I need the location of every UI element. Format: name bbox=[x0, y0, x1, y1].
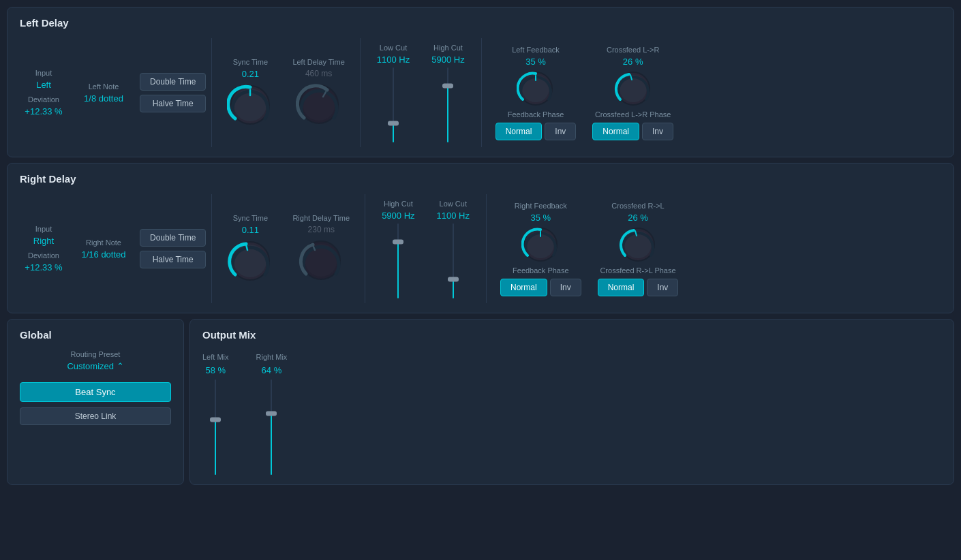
right-high-cut-label: High Cut bbox=[384, 200, 413, 208]
left-delay-meta: Input Left Deviation +12.33 % Left Note … bbox=[20, 69, 206, 116]
left-crossfeed-phase-inv-button[interactable]: Inv bbox=[642, 123, 673, 140]
right-mix-label: Right Mix bbox=[256, 353, 288, 361]
right-feedback-phase-normal-button[interactable]: Normal bbox=[500, 279, 547, 296]
right-delay-time-knob[interactable] bbox=[298, 237, 344, 283]
left-note-col: Left Note 1/8 dotted bbox=[80, 82, 127, 104]
right-delay-time-knob-group: Right Delay Time 230 ms bbox=[292, 214, 350, 283]
left-delay-row: Input Left Deviation +12.33 % Left Note … bbox=[20, 38, 941, 147]
right-delay-row: Input Right Deviation +12.33 % Right Not… bbox=[20, 194, 941, 303]
left-deviation-group: Deviation +12.33 % bbox=[20, 95, 67, 116]
left-low-cut-slider[interactable] bbox=[386, 67, 400, 142]
left-high-cut-label: High Cut bbox=[433, 44, 463, 52]
right-crossfeed-knob-group: Crossfeed R->L 26 % Crossfeed R->L Phase… bbox=[598, 202, 679, 296]
divider-2 bbox=[360, 38, 361, 147]
right-high-cut-group: High Cut 5900 Hz bbox=[382, 200, 414, 298]
right-crossfeed-knob[interactable] bbox=[619, 225, 657, 264]
right-input-col: Input Right Deviation +12.33 % bbox=[20, 225, 67, 273]
left-high-cut-value: 5900 Hz bbox=[431, 55, 464, 65]
left-mix-label: Left Mix bbox=[202, 353, 229, 361]
right-delay-meta: Input Right Deviation +12.33 % Right Not… bbox=[20, 225, 206, 273]
left-crossfeed-knob[interactable] bbox=[614, 69, 652, 108]
right-high-cut-slider[interactable] bbox=[391, 223, 405, 298]
right-delay-time-value: 230 ms bbox=[308, 225, 335, 234]
right-input-group: Input Right bbox=[20, 225, 67, 246]
left-delay-section: Left Delay Input Left Deviation +12.33 % bbox=[7, 7, 954, 157]
right-deviation-value: +12.33 % bbox=[25, 262, 62, 273]
right-crossfeed-label: Crossfeed R->L bbox=[611, 202, 664, 210]
left-deviation-value: +12.33 % bbox=[25, 106, 62, 116]
right-feedback-phase-label: Feedback Phase bbox=[513, 266, 569, 275]
left-input-label: Input bbox=[35, 69, 52, 77]
right-feedback-knob[interactable] bbox=[521, 225, 560, 264]
left-sync-time-label: Sync Time bbox=[233, 58, 268, 66]
right-input-label: Input bbox=[35, 225, 52, 233]
left-delay-time-value: 460 ms bbox=[305, 69, 332, 78]
bottom-row: Global Routing Preset Customized ⌃ Beat … bbox=[7, 319, 954, 485]
left-high-cut-slider[interactable] bbox=[441, 67, 455, 142]
stereo-link-button[interactable]: Stereo Link bbox=[20, 407, 171, 425]
left-delay-title: Left Delay bbox=[20, 17, 941, 29]
right-input-value[interactable]: Right bbox=[33, 236, 54, 246]
right-crossfeed-phase-inv-button[interactable]: Inv bbox=[647, 279, 678, 296]
left-feedback-knob[interactable] bbox=[517, 69, 555, 108]
left-crossfeed-knob-group: Crossfeed L->R 26 % Crossfeed L->R Phase… bbox=[592, 46, 673, 140]
output-mix-title: Output Mix bbox=[202, 329, 941, 341]
left-note-value[interactable]: 1/8 dotted bbox=[84, 93, 123, 104]
divider-1 bbox=[211, 38, 212, 147]
left-delay-time-knob-group: Left Delay Time 460 ms bbox=[292, 58, 344, 127]
left-note-label: Left Note bbox=[89, 82, 119, 91]
right-feedback-phase-buttons: Normal Inv bbox=[500, 279, 581, 296]
routing-preset-value[interactable]: Customized ⌃ bbox=[20, 361, 171, 371]
left-delay-time-knob[interactable] bbox=[296, 81, 342, 127]
right-note-group: Right Note 1/16 dotted bbox=[80, 238, 127, 260]
right-low-cut-value: 1100 Hz bbox=[437, 211, 470, 221]
right-mix-value: 64 % bbox=[262, 365, 282, 375]
right-mix-slider[interactable] bbox=[264, 379, 278, 475]
right-high-cut-value: 5900 Hz bbox=[382, 211, 414, 221]
left-mix-value: 58 % bbox=[205, 365, 226, 375]
left-mix-group: Left Mix 58 % bbox=[202, 353, 229, 475]
left-low-cut-value: 1100 Hz bbox=[377, 55, 410, 65]
divider-5 bbox=[365, 194, 365, 303]
left-crossfeed-phase-normal-button[interactable]: Normal bbox=[592, 123, 639, 140]
right-delay-title: Right Delay bbox=[20, 173, 941, 185]
left-high-cut-group: High Cut 5900 Hz bbox=[431, 44, 464, 142]
right-sync-time-label: Sync Time bbox=[233, 214, 268, 222]
global-section: Global Routing Preset Customized ⌃ Beat … bbox=[7, 319, 184, 485]
right-note-label: Right Note bbox=[86, 238, 121, 247]
left-crossfeed-phase-group: Crossfeed L->R Phase Normal Inv bbox=[592, 110, 673, 140]
left-note-group: Left Note 1/8 dotted bbox=[80, 82, 127, 104]
right-double-time-button[interactable]: Double Time bbox=[140, 229, 206, 247]
right-crossfeed-value: 26 % bbox=[628, 213, 648, 223]
left-crossfeed-value: 26 % bbox=[623, 57, 643, 67]
right-deviation-group: Deviation +12.33 % bbox=[20, 251, 67, 273]
right-feedback-phase-inv-button[interactable]: Inv bbox=[550, 279, 581, 296]
right-deviation-label: Deviation bbox=[28, 251, 59, 260]
left-mix-slider[interactable] bbox=[209, 379, 222, 475]
left-halve-time-button[interactable]: Halve Time bbox=[140, 95, 206, 112]
left-crossfeed-label: Crossfeed L->R bbox=[607, 46, 659, 54]
left-sync-time-knob[interactable] bbox=[227, 82, 273, 128]
right-crossfeed-phase-label: Crossfeed R->L Phase bbox=[600, 266, 675, 275]
right-sync-time-value: 0.11 bbox=[242, 225, 259, 235]
left-double-time-button[interactable]: Double Time bbox=[140, 73, 206, 91]
right-sync-time-knob[interactable] bbox=[227, 238, 273, 284]
right-halve-time-button[interactable]: Halve Time bbox=[140, 251, 206, 268]
global-controls: Routing Preset Customized ⌃ Beat Sync St… bbox=[20, 350, 171, 425]
left-feedback-phase-buttons: Normal Inv bbox=[495, 123, 577, 140]
beat-sync-button[interactable]: Beat Sync bbox=[20, 382, 171, 402]
left-input-value[interactable]: Left bbox=[36, 80, 51, 90]
left-feedback-phase-inv-button[interactable]: Inv bbox=[545, 123, 576, 140]
right-feedback-label: Right Feedback bbox=[515, 202, 567, 210]
right-low-cut-slider[interactable] bbox=[446, 223, 460, 298]
right-crossfeed-phase-normal-button[interactable]: Normal bbox=[598, 279, 645, 296]
right-feedback-value: 35 % bbox=[531, 213, 551, 223]
routing-group: Routing Preset Customized ⌃ bbox=[20, 350, 171, 371]
left-delay-time-label: Left Delay Time bbox=[292, 58, 344, 66]
divider-3 bbox=[481, 38, 482, 147]
right-delay-time-label: Right Delay Time bbox=[292, 214, 350, 222]
left-deviation-label: Deviation bbox=[28, 95, 59, 104]
left-sync-time-value: 0.21 bbox=[242, 69, 259, 79]
right-note-value[interactable]: 1/16 dotted bbox=[81, 249, 125, 260]
left-feedback-phase-normal-button[interactable]: Normal bbox=[495, 123, 543, 140]
